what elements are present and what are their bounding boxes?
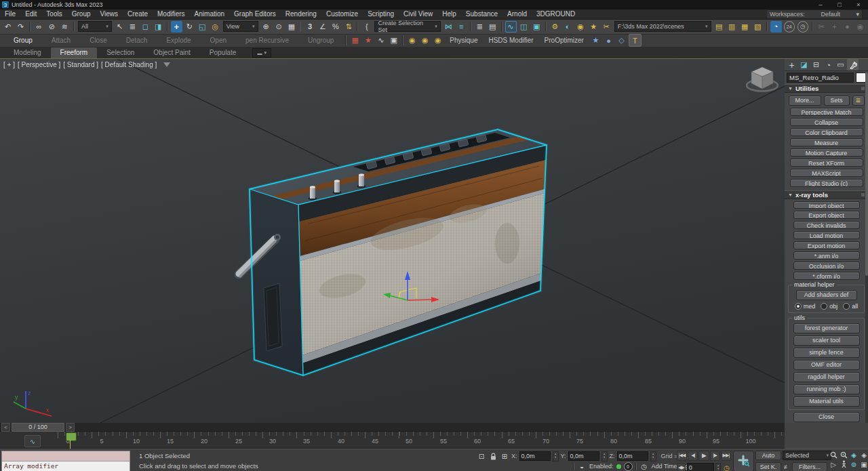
occlusion-io-button[interactable]: Occlusion i/o	[793, 262, 860, 270]
cform-io-button[interactable]: *.cform i/o	[793, 272, 860, 280]
spinner-snap-toggle[interactable]: ⇅	[342, 21, 354, 33]
save-scene-icon[interactable]: ▤	[713, 21, 725, 33]
workspaces-dropdown[interactable]: Workspaces: Default ▾	[766, 9, 863, 19]
select-and-move-button[interactable]: +	[171, 21, 182, 33]
walk-through-button person-icon[interactable]	[839, 460, 848, 469]
redo-button[interactable]: ↷	[15, 21, 26, 33]
menu-tools[interactable]: Tools	[41, 9, 66, 19]
close-button[interactable]: ×	[849, 0, 868, 9]
sets-button[interactable]: Sets	[824, 96, 850, 106]
teapot-icon[interactable]: ◉	[406, 35, 418, 46]
menu-graph-editors[interactable]: Graph Editors	[229, 9, 281, 19]
menu-create[interactable]: Create	[123, 9, 153, 19]
hsds-modifier-button[interactable]: HSDS Modifier	[483, 37, 538, 44]
zoom-extents-all-button[interactable]: ◈	[859, 451, 868, 459]
x-spinner[interactable]: ▴▾	[553, 451, 559, 462]
prooptimizer-button[interactable]: ProOptimizer	[539, 37, 589, 44]
zoom-extents-button[interactable]: ◈	[849, 451, 859, 459]
create-tab plus-icon[interactable]: +	[786, 59, 797, 70]
set-keys-button[interactable]	[733, 451, 754, 471]
simple-fence-button[interactable]: simple fence	[793, 348, 860, 358]
menu-modifiers[interactable]: Modifiers	[153, 9, 190, 19]
schematic-view-button[interactable]: ◫	[518, 21, 530, 33]
collapse-button[interactable]: Collapse	[790, 118, 863, 126]
maxscript-button[interactable]: MAXScript	[790, 169, 863, 177]
select-and-manipulate-button[interactable]: ⊙	[273, 21, 285, 33]
minimize-button[interactable]: –	[811, 0, 830, 9]
more-button[interactable]: More...	[789, 96, 821, 106]
key-filters-icon[interactable]: ≢	[783, 463, 791, 471]
check-invalids-button[interactable]: Check invalids	[793, 221, 860, 229]
named-selection-set-dropdown[interactable]: Create Selection Set ▾	[374, 21, 440, 32]
spinner-down-icon[interactable]: ▾	[651, 455, 656, 459]
export-object-button[interactable]: Export object	[793, 211, 860, 219]
go-to-end-button[interactable]: ▶▶|	[721, 451, 731, 461]
radio-obj[interactable]: obj	[821, 303, 837, 310]
viewport-canvas[interactable]: z x y	[0, 59, 785, 423]
plugin-curve-icon[interactable]: ∿	[375, 35, 387, 46]
maxscript-mini-listener[interactable]: Array modifier	[1, 451, 130, 471]
rectangular-selection-region-button[interactable]: ◻	[140, 21, 151, 33]
object-name-field[interactable]: MS_Retro_Radio	[787, 73, 854, 83]
anm-io-button[interactable]: *.anm i/o	[793, 251, 860, 260]
menu-scripting[interactable]: Scripting	[363, 9, 399, 19]
menu-rendering[interactable]: Rendering	[281, 9, 321, 19]
menu-animation[interactable]: Animation	[190, 9, 229, 19]
utilities-rollout-header[interactable]: ▼ Utilities	[785, 84, 868, 93]
plugin-cage-icon[interactable]: ▣	[388, 35, 399, 46]
autoback-toggle[interactable]: ◔	[770, 21, 782, 33]
save-selected-icon[interactable]: ▦	[739, 21, 751, 33]
clock-24-icon[interactable]: 24	[784, 21, 795, 33]
use-pivot-center-button[interactable]: ⊕	[260, 21, 272, 33]
mirror-button[interactable]: ⋈	[443, 21, 454, 33]
hierarchy-tab[interactable]: ⊟	[810, 59, 822, 70]
select-and-link-button[interactable]: ∞	[33, 21, 45, 33]
color-clipboard-button[interactable]: Color Clipboard	[790, 128, 863, 136]
curve-editor-button[interactable]: ∿	[505, 21, 517, 33]
magic-wand-button[interactable]: ★	[588, 21, 599, 33]
snowflake-tool-icon[interactable]: ◇	[616, 35, 627, 46]
y-spinner[interactable]: ▴▾	[601, 451, 608, 462]
previous-frame-button[interactable]: ◀|	[688, 451, 698, 461]
radio-all[interactable]: all	[843, 303, 858, 310]
menu-file[interactable]: File	[0, 9, 20, 19]
toggle-scene-explorer-button[interactable]: ≣	[474, 21, 486, 33]
star-tool-icon[interactable]: ★	[590, 35, 601, 46]
spinner-down-icon[interactable]: ▾	[602, 455, 607, 459]
viewport-menu-shading[interactable]: [ Default Shading ]	[101, 61, 157, 68]
notification-count-badge[interactable]: 0	[624, 462, 633, 471]
tab-selection[interactable]: Selection	[97, 47, 144, 58]
time-configuration-button[interactable]: ◷	[722, 464, 731, 471]
perspective-viewport[interactable]: z x y [ + ] [ Perspective ] [ Standard ]…	[0, 59, 785, 423]
selection-lock-toggle lock-icon[interactable]	[488, 452, 498, 461]
snap-toggle-3d[interactable]: 3	[304, 21, 315, 33]
edit-named-selection-sets-button[interactable]: {	[361, 21, 372, 33]
add-shaders-def-button[interactable]: Add shaders def	[796, 290, 857, 300]
orbit-button[interactable]: ⊚	[849, 460, 859, 469]
open-folder-icon[interactable]: ▥	[726, 21, 738, 33]
angle-snap-toggle[interactable]: ∠	[317, 21, 328, 33]
menu-customize[interactable]: Customize	[321, 9, 363, 19]
key-filter-dropdown[interactable]: Selected ▾	[783, 451, 831, 460]
y-coordinate-field[interactable]: 0,0m	[568, 451, 599, 461]
z-coordinate-field[interactable]: 0,0m	[617, 451, 648, 461]
viewport-menu-pov[interactable]: [ Perspective ]	[18, 61, 60, 68]
measure-button[interactable]: Measure	[790, 138, 863, 146]
forest-generator-button[interactable]: forest generator	[793, 323, 860, 333]
scissors-button[interactable]: ✂	[601, 21, 612, 33]
plugin-grid-icon[interactable]: ▦	[349, 35, 361, 46]
toggle-layer-explorer-button[interactable]: ▤	[487, 21, 498, 33]
go-to-start-button[interactable]: |◀◀	[677, 451, 687, 461]
rendered-frame-window-button[interactable]: ◐	[562, 21, 574, 33]
material-utils-button[interactable]: Material utils	[793, 396, 860, 407]
textools-icon[interactable]: T	[629, 34, 642, 47]
tab-freeform[interactable]: Freeform	[51, 47, 98, 58]
select-and-place-button[interactable]: ◎	[210, 21, 221, 33]
field-of-view-button[interactable]: ▷	[829, 460, 838, 469]
export-motion-button[interactable]: Export motion	[793, 241, 860, 249]
select-object-button[interactable]: ↖	[114, 21, 125, 33]
radio-med[interactable]: med	[795, 303, 816, 310]
key-mode-toggle[interactable]: ◀▶	[677, 463, 686, 471]
title-bar[interactable]: 3 Untitled - Autodesk 3ds Max 2023 – □ ×	[0, 0, 868, 9]
auto-key-button[interactable]: Auto	[755, 451, 781, 460]
